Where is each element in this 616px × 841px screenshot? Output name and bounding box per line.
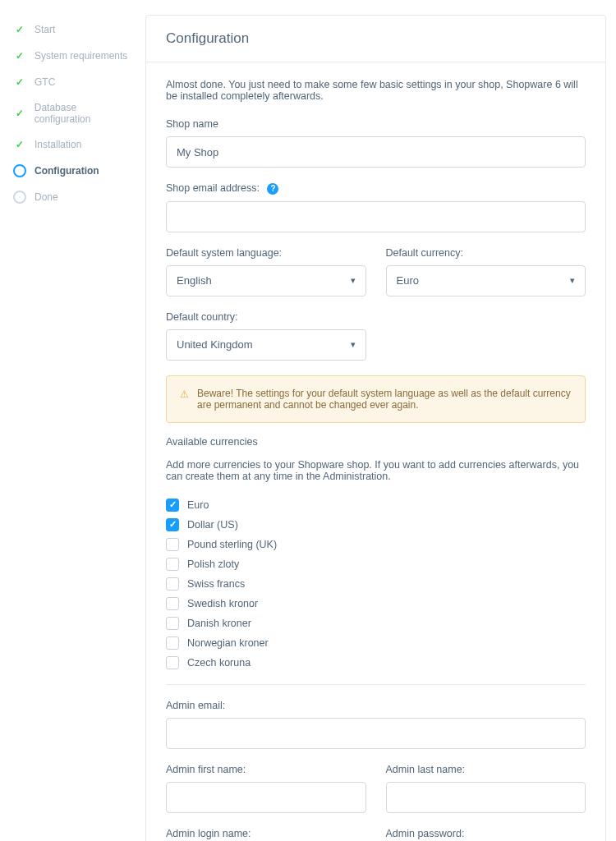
- steps-sidebar: Start System requirements GTC Database c…: [10, 15, 137, 210]
- chevron-down-icon: ▾: [351, 275, 356, 286]
- available-currencies-label: Available currencies: [166, 436, 586, 448]
- admin-last-name-label: Admin last name:: [386, 764, 586, 775]
- default-currency-select[interactable]: Euro ▾: [386, 265, 586, 296]
- step-done: Done: [10, 184, 137, 210]
- step-configuration: Configuration: [10, 158, 137, 184]
- step-installation: Installation: [10, 131, 137, 158]
- available-currencies-desc: Add more currencies to your Shopware sho…: [166, 459, 586, 482]
- page-title: Configuration: [146, 16, 605, 62]
- admin-email-input[interactable]: [166, 718, 586, 749]
- default-language-select[interactable]: English ▾: [166, 265, 366, 296]
- currency-item: Norwegian kroner: [166, 633, 586, 653]
- current-step-icon: [13, 164, 26, 177]
- warning-box: ⚠ Beware! The settings for your default …: [166, 375, 586, 423]
- shop-name-label: Shop name: [166, 118, 586, 130]
- currencies-list: Euro Dollar (US) Pound sterling (UK) Pol…: [166, 495, 586, 685]
- step-database-configuration: Database configuration: [10, 95, 137, 131]
- currency-item: Czech koruna: [166, 653, 586, 673]
- intro-text: Almost done. You just need to make some …: [166, 79, 586, 102]
- step-gtc: GTC: [10, 69, 137, 95]
- default-country-label: Default country:: [166, 311, 366, 323]
- admin-last-name-input[interactable]: [386, 782, 586, 813]
- shop-name-input[interactable]: [166, 136, 586, 168]
- check-icon: [13, 23, 26, 36]
- admin-first-name-input[interactable]: [166, 782, 366, 813]
- step-start: Start: [10, 16, 137, 43]
- step-system-requirements: System requirements: [10, 43, 137, 69]
- default-currency-label: Default currency:: [386, 247, 586, 259]
- admin-email-label: Admin email:: [166, 700, 586, 711]
- check-icon: [13, 107, 26, 120]
- shop-email-label: Shop email address: ?: [166, 182, 586, 195]
- currency-checkbox[interactable]: [166, 518, 179, 531]
- default-language-label: Default system language:: [166, 247, 366, 259]
- chevron-down-icon: ▾: [570, 275, 575, 286]
- shop-email-input[interactable]: [166, 201, 586, 232]
- pending-step-icon: [13, 191, 26, 204]
- currency-checkbox[interactable]: [166, 656, 179, 669]
- default-country-select[interactable]: United Kingdom ▾: [166, 329, 366, 361]
- currency-item: Euro: [166, 495, 586, 515]
- currency-checkbox[interactable]: [166, 499, 179, 512]
- warning-icon: ⚠: [180, 388, 189, 400]
- chevron-down-icon: ▾: [351, 339, 356, 350]
- currency-item: Danish kroner: [166, 614, 586, 633]
- currency-item: Pound sterling (UK): [166, 535, 586, 554]
- currency-item: Swiss francs: [166, 574, 586, 594]
- check-icon: [13, 49, 26, 62]
- help-icon[interactable]: ?: [267, 183, 278, 195]
- currency-item: Polish zloty: [166, 554, 586, 574]
- currency-checkbox[interactable]: [166, 577, 179, 591]
- admin-first-name-label: Admin first name:: [166, 764, 366, 775]
- currency-item: Dollar (US): [166, 515, 586, 535]
- config-panel: Configuration Almost done. You just need…: [145, 15, 606, 841]
- admin-password-label: Admin password:: [386, 828, 586, 839]
- check-icon: [13, 138, 26, 151]
- currency-checkbox[interactable]: [166, 558, 179, 571]
- check-icon: [13, 76, 26, 89]
- admin-login-name-label: Admin login name:: [166, 828, 366, 839]
- currency-checkbox[interactable]: [166, 636, 179, 650]
- currency-checkbox[interactable]: [166, 597, 179, 610]
- currency-checkbox[interactable]: [166, 538, 179, 551]
- currency-checkbox[interactable]: [166, 617, 179, 630]
- currency-item: Swedish kronor: [166, 594, 586, 614]
